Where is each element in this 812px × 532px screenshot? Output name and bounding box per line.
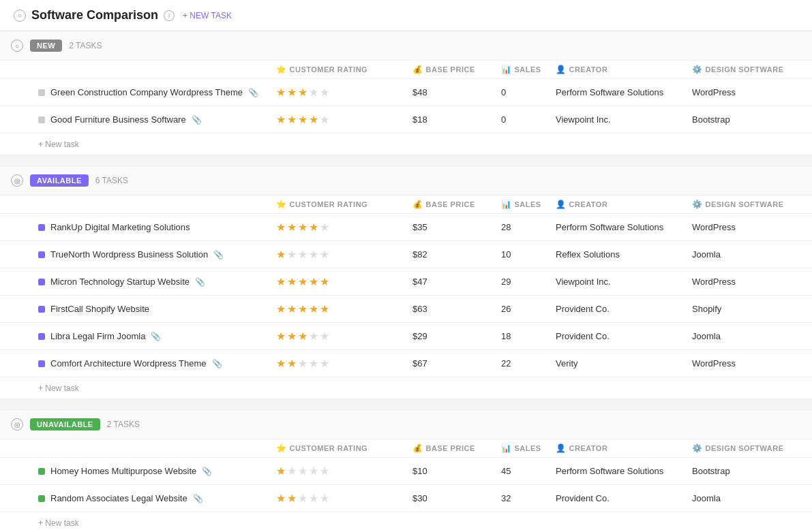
star-filled: ★ <box>276 113 286 126</box>
star-empty: ★ <box>320 86 329 99</box>
attachment-icon[interactable]: 📎 <box>202 467 212 476</box>
creator-name: Provident Co. <box>556 493 692 503</box>
rating-stars: ★★★★★ <box>276 330 412 343</box>
task-name[interactable]: Libra Legal Firm Joomla <box>50 331 145 341</box>
task-name-cell: Green Construction Company Wordpress The… <box>38 87 276 97</box>
columns-header-available: ⭐CUSTOMER RATING💰BASE PRICE📊SALES👤CREATO… <box>0 195 812 214</box>
task-indicator <box>38 306 45 313</box>
col-icon: ⭐ <box>276 65 287 74</box>
col-icon: ⚙️ <box>692 200 703 209</box>
info-icon[interactable]: i <box>164 10 175 21</box>
creator-name: Reflex Solutions <box>556 249 692 260</box>
new-task-row: + New task <box>0 377 812 399</box>
col-icon: 📊 <box>501 443 512 453</box>
star-filled: ★ <box>298 330 307 343</box>
col-icon: 📊 <box>501 200 512 209</box>
star-filled: ★ <box>298 86 307 99</box>
table-row: TrueNorth Wordpress Business Solution📎★★… <box>0 241 812 268</box>
sales-count: 18 <box>501 331 556 341</box>
col-header-design-software: ⚙️DESIGN SOFTWARE <box>692 200 801 209</box>
attachment-icon[interactable]: 📎 <box>213 250 224 260</box>
attachment-icon[interactable]: 📎 <box>193 494 203 503</box>
star-filled: ★ <box>287 86 297 99</box>
collapse-icon[interactable]: ○ <box>14 10 26 22</box>
col-header-creator: 👤CREATOR <box>556 65 692 74</box>
attachment-icon[interactable]: 📎 <box>192 115 202 125</box>
sales-count: 0 <box>501 114 556 125</box>
task-indicator <box>38 333 45 340</box>
creator-name: Perform Software Solutions <box>556 87 692 97</box>
star-empty: ★ <box>309 86 318 99</box>
task-name[interactable]: FirstCall Shopify Website <box>50 304 149 314</box>
task-indicator <box>38 251 45 258</box>
star-filled: ★ <box>320 275 329 288</box>
task-name[interactable]: Green Construction Company Wordpress The… <box>50 87 243 97</box>
task-name-cell: Libra Legal Firm Joomla📎 <box>38 331 276 341</box>
base-price: $29 <box>412 331 501 341</box>
col-header-sales: 📊SALES <box>501 443 556 453</box>
sales-count: 32 <box>501 493 556 503</box>
design-software: Bootstrap <box>692 466 801 476</box>
new-task-button[interactable]: + New task <box>38 384 79 393</box>
base-price: $82 <box>412 249 501 260</box>
columns-header-new: ⭐CUSTOMER RATING💰BASE PRICE📊SALES👤CREATO… <box>0 61 812 79</box>
col-header-creator: 👤CREATOR <box>556 443 692 453</box>
new-task-row: + New task <box>0 134 812 155</box>
base-price: $18 <box>412 114 501 125</box>
new-task-row: + New task <box>0 512 812 532</box>
col-header-customer-rating: ⭐CUSTOMER RATING <box>276 65 412 74</box>
star-filled: ★ <box>276 221 286 234</box>
attachment-icon[interactable]: 📎 <box>195 277 205 287</box>
task-indicator <box>38 89 45 96</box>
attachment-icon[interactable]: 📎 <box>212 359 222 369</box>
section-collapse-new[interactable]: ○ <box>11 40 23 52</box>
star-filled: ★ <box>309 221 318 234</box>
creator-name: Viewpoint Inc. <box>556 114 692 125</box>
star-empty: ★ <box>320 492 329 505</box>
task-count-unavailable: 2 TASKS <box>107 420 140 429</box>
star-empty: ★ <box>309 492 318 505</box>
status-badge-new: NEW <box>30 40 62 52</box>
task-name[interactable]: TrueNorth Wordpress Business Solution <box>50 249 208 260</box>
star-empty: ★ <box>298 492 307 505</box>
section-collapse-available[interactable]: ◎ <box>11 174 23 187</box>
star-filled: ★ <box>287 113 297 126</box>
rating-stars: ★★★★★ <box>276 248 412 261</box>
star-empty: ★ <box>309 330 318 343</box>
table-row: Random Associates Legal Website📎★★★★★$30… <box>0 485 812 512</box>
col-icon: 💰 <box>412 200 423 209</box>
attachment-icon[interactable]: 📎 <box>248 88 258 97</box>
col-header-base-price: 💰BASE PRICE <box>412 65 501 74</box>
design-software: WordPress <box>692 358 801 369</box>
base-price: $10 <box>412 466 501 476</box>
task-name[interactable]: Random Associates Legal Website <box>50 493 187 503</box>
rating-stars: ★★★★★ <box>276 465 412 478</box>
new-task-button[interactable]: + New task <box>38 140 79 149</box>
star-filled: ★ <box>276 302 286 315</box>
rating-stars: ★★★★★ <box>276 302 412 315</box>
task-name[interactable]: Comfort Architecture Wordpress Theme <box>50 358 207 369</box>
task-name[interactable]: RankUp Digital Marketing Solutions <box>50 222 190 232</box>
section-new: ○NEW2 TASKS⭐CUSTOMER RATING💰BASE PRICE📊S… <box>0 31 812 166</box>
task-name[interactable]: Micron Technology Startup Website <box>50 277 190 287</box>
new-task-header-button[interactable]: + NEW TASK <box>183 11 232 20</box>
task-name-cell: Random Associates Legal Website📎 <box>38 493 276 503</box>
section-collapse-unavailable[interactable]: ◎ <box>11 418 23 431</box>
table-row: FirstCall Shopify Website★★★★★$6326Provi… <box>0 296 812 323</box>
col-icon: ⭐ <box>276 443 287 453</box>
sales-count: 28 <box>501 222 556 232</box>
star-empty: ★ <box>309 465 318 478</box>
star-empty: ★ <box>320 221 329 234</box>
section-header-unavailable: ◎UNAVAILABLE2 TASKS <box>0 410 812 439</box>
col-icon: 👤 <box>556 200 567 209</box>
star-empty: ★ <box>320 330 329 343</box>
new-task-button[interactable]: + New task <box>38 518 79 528</box>
task-name[interactable]: Good Furniture Business Software <box>50 114 186 125</box>
base-price: $35 <box>412 222 501 232</box>
star-filled: ★ <box>298 221 307 234</box>
col-header-base-price: 💰BASE PRICE <box>412 443 501 453</box>
status-badge-unavailable: UNAVAILABLE <box>30 418 100 431</box>
task-name-cell: RankUp Digital Marketing Solutions <box>38 222 276 232</box>
task-name[interactable]: Homey Homes Multipurpose Website <box>50 466 196 476</box>
attachment-icon[interactable]: 📎 <box>151 332 161 341</box>
